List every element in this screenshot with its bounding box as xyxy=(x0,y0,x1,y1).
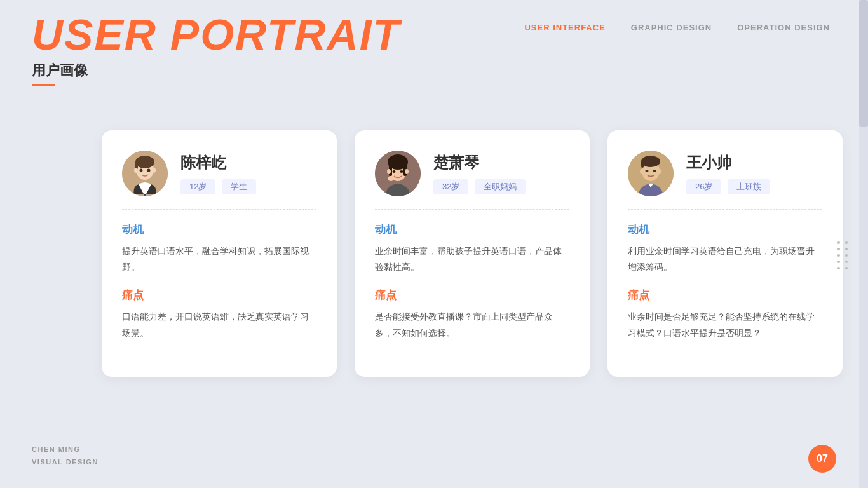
svg-point-21 xyxy=(641,156,660,167)
card-1: 陈梓屹 12岁 学生 动机 提升英语口语水平，融合学科知识，拓展国际视野。 痛点… xyxy=(102,130,337,377)
svg-rect-22 xyxy=(641,161,644,168)
svg-point-2 xyxy=(135,156,154,168)
card-2-role-tag: 全职妈妈 xyxy=(475,179,526,194)
card-2-pain-text: 是否能接受外教直播课？市面上同类型产品众多，不知如何选择。 xyxy=(375,309,569,341)
card-3-tags: 26岁 上班族 xyxy=(686,179,822,194)
svg-point-27 xyxy=(653,170,656,172)
card-1-divider xyxy=(122,209,316,210)
nav-item-ui[interactable]: USER INTERFACE xyxy=(524,23,605,32)
navigation: USER INTERFACE GRAPHIC DESIGN OPERATION … xyxy=(524,0,868,32)
card-2-name: 楚萧琴 xyxy=(433,152,569,173)
svg-point-23 xyxy=(640,169,644,174)
page-title-area: USER PORTRAIT 用户画像 xyxy=(32,13,400,86)
svg-point-15 xyxy=(405,169,409,174)
svg-point-16 xyxy=(393,170,396,173)
card-3-pain-text: 业余时间是否足够充足？能否坚持系统的在线学习模式？口语水平提升是否明显？ xyxy=(628,309,822,341)
svg-point-5 xyxy=(152,168,156,173)
card-2-header: 楚萧琴 32岁 全职妈妈 xyxy=(375,151,569,196)
cards-container: 陈梓屹 12岁 学生 动机 提升英语口语水平，融合学科知识，拓展国际视野。 痛点… xyxy=(102,130,843,377)
card-1-tags: 12岁 学生 xyxy=(180,179,316,194)
card-3-pain-label: 痛点 xyxy=(628,288,822,302)
card-3: 王小帅 26岁 上班族 动机 利用业余时间学习英语给自己充电，为职场晋升增添筹码… xyxy=(607,130,843,377)
svg-point-8 xyxy=(147,169,151,172)
footer-line1: CHEN MING xyxy=(32,444,98,456)
page-number: 07 xyxy=(808,445,836,473)
scrollbar[interactable] xyxy=(859,0,868,488)
card-1-pain-label: 痛点 xyxy=(122,288,316,302)
svg-point-14 xyxy=(387,169,391,174)
card-1-info: 陈梓屹 12岁 学生 xyxy=(180,152,316,194)
dots-decoration xyxy=(837,241,849,269)
card-3-header: 王小帅 26岁 上班族 xyxy=(628,151,822,196)
svg-point-4 xyxy=(134,168,138,173)
main-title: USER PORTRAIT xyxy=(32,13,400,56)
avatar-1 xyxy=(122,151,168,196)
card-3-motivation-label: 动机 xyxy=(628,222,822,237)
card-2-pain-label: 痛点 xyxy=(375,288,569,302)
card-2-divider xyxy=(375,209,569,210)
svg-point-7 xyxy=(140,169,143,172)
card-1-name: 陈梓屹 xyxy=(180,152,316,173)
sub-title: 用户画像 xyxy=(32,61,400,80)
card-3-age-tag: 26岁 xyxy=(686,179,721,194)
card-1-age-tag: 12岁 xyxy=(180,179,215,194)
card-3-role-tag: 上班族 xyxy=(728,179,770,194)
card-2-info: 楚萧琴 32岁 全职妈妈 xyxy=(433,152,569,194)
avatar-2 xyxy=(375,151,421,196)
card-2-motivation-label: 动机 xyxy=(375,222,569,237)
footer-line2: VISUAL DESIGN xyxy=(32,456,98,469)
svg-point-26 xyxy=(646,170,649,172)
card-1-header: 陈梓屹 12岁 学生 xyxy=(122,151,316,196)
card-2-age-tag: 32岁 xyxy=(433,179,468,194)
card-3-name: 王小帅 xyxy=(686,152,822,173)
card-1-motivation-label: 动机 xyxy=(122,222,316,237)
card-1-pain-text: 口语能力差，开口说英语难，缺乏真实英语学习场景。 xyxy=(122,309,316,341)
card-3-divider xyxy=(628,209,822,210)
card-1-role-tag: 学生 xyxy=(222,179,256,194)
card-2-tags: 32岁 全职妈妈 xyxy=(433,179,569,194)
card-1-motivation-text: 提升英语口语水平，融合学科知识，拓展国际视野。 xyxy=(122,243,316,275)
card-2-motivation-text: 业余时间丰富，帮助孩子提升英语口语，产品体验黏性高。 xyxy=(375,243,569,275)
svg-point-24 xyxy=(658,169,661,174)
card-3-info: 王小帅 26岁 上班族 xyxy=(686,152,822,194)
card-3-motivation-text: 利用业余时间学习英语给自己充电，为职场晋升增添筹码。 xyxy=(628,243,822,275)
svg-point-18 xyxy=(388,176,394,181)
svg-point-17 xyxy=(400,170,403,173)
footer: CHEN MING VISUAL DESIGN xyxy=(32,444,98,469)
sub-title-underline xyxy=(32,84,55,86)
avatar-3 xyxy=(628,151,674,196)
nav-item-graphic[interactable]: GRAPHIC DESIGN xyxy=(631,23,712,32)
card-2: 楚萧琴 32岁 全职妈妈 动机 业余时间丰富，帮助孩子提升英语口语，产品体验黏性… xyxy=(355,130,590,377)
nav-item-operation[interactable]: OPERATION DESIGN xyxy=(737,23,830,32)
